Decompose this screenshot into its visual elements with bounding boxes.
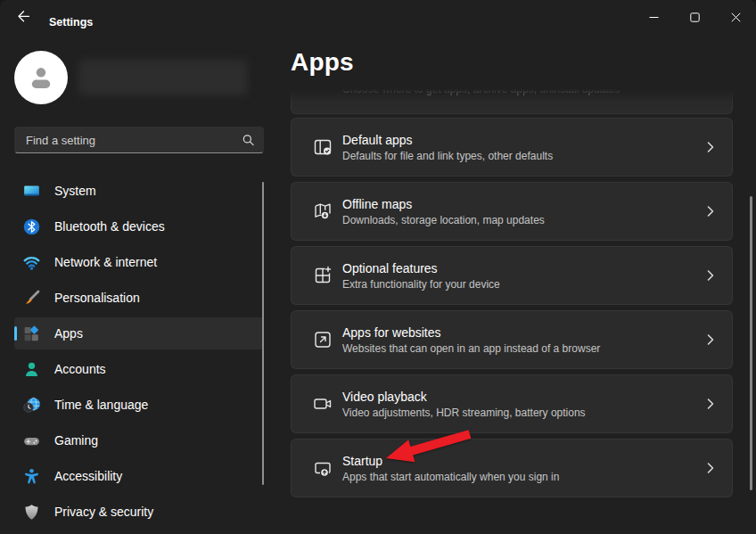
sidebar-scrollbar[interactable] bbox=[262, 182, 264, 485]
card-subtitle: Video adjustments, HDR streaming, batter… bbox=[342, 406, 586, 420]
sidebar-item-label: Time & language bbox=[54, 398, 148, 412]
chevron-right-icon bbox=[705, 329, 716, 350]
sidebar-item-label: System bbox=[54, 184, 96, 198]
app-title: Settings bbox=[49, 16, 93, 29]
window-controls bbox=[633, 0, 756, 34]
maximize-icon bbox=[690, 12, 700, 22]
settings-card-apps-for-websites[interactable]: Apps for websitesWebsites that can open … bbox=[291, 310, 733, 369]
sidebar-item-label: Privacy & security bbox=[54, 505, 153, 519]
sidebar-item-accounts[interactable]: Accounts bbox=[14, 353, 264, 385]
accessibility-icon bbox=[22, 467, 41, 486]
user-profile[interactable] bbox=[14, 51, 264, 104]
user-name-redacted bbox=[78, 60, 248, 95]
sidebar-item-accessibility[interactable]: Accessibility bbox=[14, 460, 264, 492]
search-icon bbox=[242, 134, 255, 147]
settings-card-clipped[interactable]: Choose where to get apps, archive apps, … bbox=[291, 89, 733, 114]
sidebar-item-label: Accessibility bbox=[54, 469, 122, 483]
sidebar-item-label: Accounts bbox=[54, 362, 106, 376]
card-text: Apps for websitesWebsites that can open … bbox=[342, 325, 600, 356]
chevron-right-icon bbox=[705, 457, 716, 479]
selected-accent-bar bbox=[14, 326, 17, 341]
apps-icon bbox=[22, 325, 41, 343]
default-apps-icon bbox=[312, 136, 333, 158]
card-subtitle: Defaults for file and link types, other … bbox=[342, 149, 553, 163]
system-icon bbox=[22, 182, 41, 201]
card-subtitle: Apps that start automatically when you s… bbox=[342, 470, 559, 484]
sidebar-item-bluetooth-devices[interactable]: Bluetooth & devices bbox=[14, 210, 264, 242]
card-subtitle: Downloads, storage location, map updates bbox=[342, 213, 545, 227]
startup-icon bbox=[312, 457, 333, 479]
card-text: Optional featuresExtra functionality for… bbox=[342, 260, 500, 292]
card-subtitle: Websites that can open in an app instead… bbox=[342, 341, 600, 356]
settings-card-startup[interactable]: StartupApps that start automatically whe… bbox=[291, 439, 733, 497]
main-panel: Apps Choose where to get apps, archive a… bbox=[278, 36, 756, 534]
search-box bbox=[14, 127, 264, 153]
gaming-icon bbox=[22, 431, 41, 450]
back-arrow-icon bbox=[16, 9, 31, 27]
chevron-right-icon bbox=[705, 393, 716, 415]
network-icon bbox=[22, 253, 41, 272]
sidebar-item-label: Bluetooth & devices bbox=[54, 219, 165, 234]
optional-features-icon bbox=[312, 265, 333, 286]
search-input[interactable] bbox=[15, 127, 263, 152]
card-text: Offline mapsDownloads, storage location,… bbox=[342, 196, 545, 227]
settings-list: Choose where to get apps, archive apps, … bbox=[291, 89, 733, 534]
video-playback-icon bbox=[312, 393, 333, 415]
sidebar-item-time-language[interactable]: Time & language bbox=[14, 389, 264, 421]
maximize-button[interactable] bbox=[674, 0, 715, 34]
sidebar-item-label: Network & internet bbox=[54, 255, 157, 269]
chevron-right-icon bbox=[705, 265, 716, 286]
chevron-right-icon bbox=[705, 136, 716, 158]
avatar-person-icon bbox=[14, 51, 68, 104]
apps-for-websites-icon bbox=[312, 329, 333, 350]
card-title: Apps for websites bbox=[342, 325, 600, 341]
personalisation-icon bbox=[22, 289, 41, 308]
sidebar: SystemBluetooth & devicesNetwork & inter… bbox=[0, 36, 278, 534]
card-text: Default appsDefaults for file and link t… bbox=[342, 132, 553, 163]
card-title: Default apps bbox=[342, 132, 553, 148]
card-text: Video playbackVideo adjustments, HDR str… bbox=[342, 389, 586, 420]
sidebar-item-privacy-security[interactable]: Privacy & security bbox=[14, 496, 264, 528]
page-title: Apps bbox=[291, 48, 354, 77]
sidebar-item-label: Personalisation bbox=[54, 291, 140, 305]
accounts-icon bbox=[22, 360, 41, 379]
settings-card-video-playback[interactable]: Video playbackVideo adjustments, HDR str… bbox=[291, 374, 733, 433]
minimize-icon bbox=[649, 12, 659, 22]
settings-card-offline-maps[interactable]: Offline mapsDownloads, storage location,… bbox=[291, 182, 733, 241]
offline-maps-icon bbox=[312, 201, 333, 222]
card-subtitle: Choose where to get apps, archive apps, … bbox=[342, 89, 620, 95]
sidebar-item-label: Gaming bbox=[54, 433, 98, 448]
sidebar-item-gaming[interactable]: Gaming bbox=[14, 424, 264, 456]
card-subtitle: Extra functionality for your device bbox=[342, 277, 500, 292]
bluetooth-icon bbox=[22, 218, 41, 236]
minimize-button[interactable] bbox=[633, 0, 674, 34]
main-scrollbar[interactable] bbox=[750, 196, 752, 490]
settings-window: Settings SystemBluetooth & devicesNetwor… bbox=[0, 0, 756, 534]
annotation-arrow-pointing-startup bbox=[379, 429, 477, 464]
card-title: Optional features bbox=[342, 260, 500, 276]
card-title: Offline maps bbox=[342, 196, 545, 212]
settings-card-default-apps[interactable]: Default appsDefaults for file and link t… bbox=[291, 118, 733, 177]
sidebar-nav: SystemBluetooth & devicesNetwork & inter… bbox=[0, 175, 278, 531]
sidebar-item-label: Apps bbox=[54, 326, 83, 341]
chevron-right-icon bbox=[705, 201, 716, 222]
settings-card-optional-features[interactable]: Optional featuresExtra functionality for… bbox=[291, 246, 733, 305]
close-icon bbox=[731, 12, 741, 22]
close-button[interactable] bbox=[715, 0, 756, 34]
time-language-icon bbox=[22, 396, 41, 415]
sidebar-item-system[interactable]: System bbox=[14, 175, 264, 207]
back-button[interactable] bbox=[7, 4, 39, 31]
sidebar-item-personalisation[interactable]: Personalisation bbox=[14, 282, 264, 314]
card-title: Video playback bbox=[342, 389, 586, 405]
titlebar: Settings bbox=[0, 0, 756, 36]
privacy-security-icon bbox=[22, 503, 41, 522]
sidebar-item-apps[interactable]: Apps bbox=[14, 317, 264, 349]
sidebar-item-network-internet[interactable]: Network & internet bbox=[14, 246, 264, 278]
